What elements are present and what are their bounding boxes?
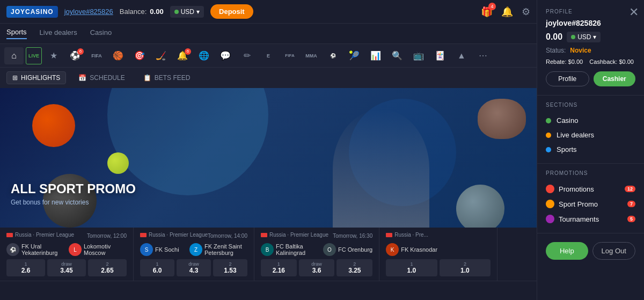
currency-selector[interactable]: USD ▾	[170, 6, 204, 18]
highlights-label: HIGHLIGHTS	[21, 74, 60, 82]
sport-promo-icon	[546, 200, 554, 208]
nav-darts[interactable]: 🎯	[130, 47, 149, 64]
nav-search[interactable]: 🔍	[387, 47, 407, 64]
section-casino-label: Casino	[557, 116, 578, 125]
nav-tv[interactable]: 📺	[409, 47, 428, 64]
odd-2-3[interactable]: 23.25	[336, 259, 372, 276]
promo-item-promotions-left: Promotions	[546, 185, 594, 193]
promo-item-sport[interactable]: Sport Promo 7	[546, 196, 635, 211]
team1-name-3: FC Baltika Kaliningrad	[276, 243, 319, 256]
nav-soccer[interactable]: ⚽ 6	[65, 47, 85, 64]
promotions-list: PROMOTIONS Promotions 12 Sport Promo 7 T…	[537, 164, 644, 233]
football-ball	[478, 99, 526, 139]
tab-live-dealers[interactable]: Live dealers	[40, 28, 77, 39]
icon-navigation: ⌂ LIVE ★ ⚽ 6 FIFA 🏀 🎯 🏒 🔔 6 🌐 💬 ✏ E FIFA…	[0, 44, 537, 68]
nav-mma[interactable]: MMA	[302, 47, 321, 64]
nav-stats[interactable]: 📊	[366, 47, 385, 64]
nav-basketball[interactable]: 🏀	[108, 47, 128, 64]
match-teams-2: S FK Sochi Z FK Zenit Saint Petersburg	[140, 243, 247, 256]
match-odds-2: 16.0 draw4.3 21.53	[140, 259, 247, 276]
currency-indicator	[571, 35, 575, 39]
settings-icon[interactable]: ⚙	[522, 6, 530, 18]
promo-item-tournaments[interactable]: Tournaments 5	[546, 211, 635, 226]
nav-live[interactable]: LIVE	[26, 47, 42, 64]
profile-button[interactable]: Profile	[546, 71, 589, 86]
nav-hockey[interactable]: 🏒	[151, 47, 171, 64]
filter-schedule[interactable]: 📅 SCHEDULE	[72, 71, 130, 84]
cashier-button[interactable]: Cashier	[594, 71, 636, 86]
panel-username: joylove#825826	[546, 19, 635, 27]
league-name-1: Russia · Premier League	[15, 232, 74, 238]
section-live-dealers[interactable]: Live dealers	[546, 128, 635, 142]
league-name-4: Russia · Pre...	[394, 232, 428, 238]
team2-2: Z FK Zenit Saint Petersburg	[189, 243, 247, 256]
tournaments-count: 5	[627, 216, 635, 222]
match-odds-1: 12.6 draw3.45 22.65	[6, 259, 127, 276]
nav-esports-fifa[interactable]: FIFA	[280, 47, 299, 64]
nav-penalty[interactable]: ⚽	[323, 47, 342, 64]
odd-1-2[interactable]: 16.0	[140, 259, 174, 276]
logo[interactable]: JOYCASINO	[6, 6, 58, 18]
match-league-2: Russia · Premier League	[140, 232, 208, 238]
nav-fifa[interactable]: FIFA	[87, 47, 106, 64]
promotions-icon	[546, 185, 554, 193]
help-button[interactable]: Help	[546, 242, 588, 260]
panel-currency-selector[interactable]: USD ▾	[567, 32, 601, 42]
nav-cards[interactable]: 🃏	[430, 47, 450, 64]
nav-more[interactable]: ⋯	[473, 47, 493, 64]
nav-chat[interactable]: 💬	[216, 47, 235, 64]
match-time-3: Tomorrow, 16:30	[333, 233, 372, 239]
right-panel: PROFILE joylove#825826 0.00 USD ▾ Status…	[537, 0, 644, 300]
cashback-value: $0.00	[619, 58, 634, 65]
odd-1-4[interactable]: 11.0	[386, 259, 437, 276]
username-link[interactable]: joylove#825826	[64, 8, 113, 16]
odd-draw-3[interactable]: draw3.6	[299, 259, 335, 276]
promo-subtitle: Get bonus for new victories	[11, 199, 136, 206]
russia-flag-2	[140, 233, 147, 237]
section-casino[interactable]: Casino	[546, 113, 635, 128]
odd-draw-2[interactable]: draw4.3	[177, 259, 211, 276]
nav-favorites[interactable]: ★	[44, 47, 63, 64]
nav-icons: 🎁 4 🔔 ⚙	[481, 6, 530, 18]
nav-esports1[interactable]: E	[259, 47, 278, 64]
notifications-icon[interactable]: 🔔	[501, 6, 513, 18]
team1-logo-4: K	[386, 243, 399, 256]
panel-chevron-icon: ▾	[593, 33, 596, 41]
match-teams-1: ⚽ FK Ural Yekaterinburg L Lokomotiv Mosc…	[6, 243, 127, 256]
team1-1: ⚽ FK Ural Yekaterinburg	[6, 243, 64, 256]
status-badge: Novice	[570, 47, 591, 54]
logout-button[interactable]: Log Out	[592, 242, 636, 260]
odd-2-1[interactable]: 22.65	[88, 259, 127, 276]
team2-1: L Lokomotiv Moscow	[69, 243, 127, 256]
odd-1-3[interactable]: 12.16	[261, 259, 297, 276]
close-panel-button[interactable]: ✕	[629, 5, 639, 19]
soccer-badge: 6	[77, 48, 84, 55]
team2-logo-1: L	[69, 243, 82, 256]
tab-casino[interactable]: Casino	[90, 28, 112, 39]
nav-home[interactable]: ⌂	[4, 47, 24, 64]
gifts-icon[interactable]: 🎁 4	[481, 6, 493, 18]
top-navigation: JOYCASINO joylove#825826 Balance: 0.00 U…	[0, 0, 537, 24]
sections-title: SECTIONS	[546, 102, 635, 108]
odd-2-4[interactable]: 21.0	[440, 259, 491, 276]
promo-item-promotions[interactable]: Promotions 12	[546, 181, 635, 196]
nav-tennis[interactable]: 🎾	[345, 47, 364, 64]
tab-sports[interactable]: Sports	[6, 28, 27, 39]
filter-bets-feed[interactable]: 📋 BETS FEED	[137, 71, 196, 84]
section-sports[interactable]: Sports	[546, 142, 635, 157]
rebate-label: Rebate:	[546, 58, 567, 65]
match-league-4: Russia · Pre...	[386, 232, 428, 238]
match-league-3: Russia · Premier League	[261, 232, 328, 238]
deposit-button[interactable]: Deposit	[210, 4, 253, 19]
nav-triangle[interactable]: ▲	[452, 47, 471, 64]
filter-highlights[interactable]: ⊞ HIGHLIGHTS	[6, 71, 66, 84]
panel-status: Status: Novice	[546, 47, 635, 54]
nav-bell[interactable]: 🔔 6	[173, 47, 192, 64]
nav-globe[interactable]: 🌐	[194, 47, 214, 64]
odd-2-2[interactable]: 21.53	[213, 259, 247, 276]
odd-1-1[interactable]: 12.6	[6, 259, 45, 276]
cashback-label: Cashback:	[589, 58, 617, 65]
match-odds-3: 12.16 draw3.6 23.25	[261, 259, 372, 276]
nav-edit[interactable]: ✏	[237, 47, 257, 64]
odd-draw-1[interactable]: draw3.45	[47, 259, 86, 276]
